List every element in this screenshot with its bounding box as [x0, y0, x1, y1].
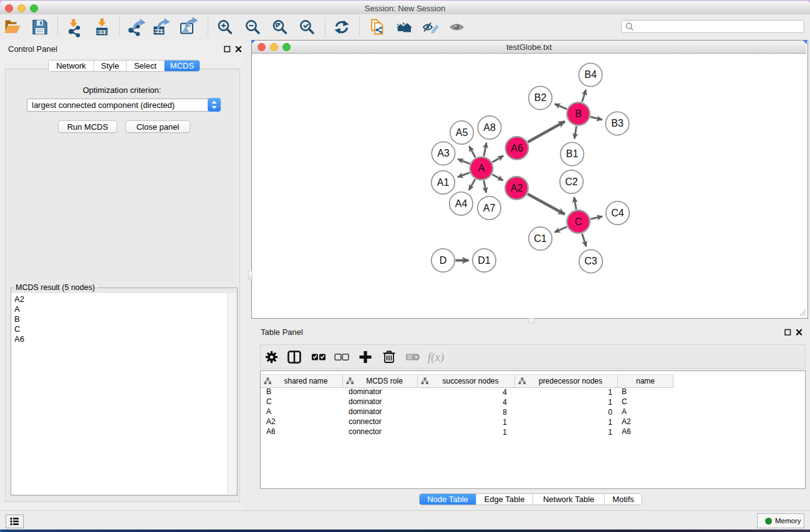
svg-text:A7: A7 — [483, 203, 496, 213]
svg-text:A2: A2 — [511, 183, 523, 193]
svg-text:B: B — [575, 109, 582, 119]
svg-text:C1: C1 — [534, 233, 547, 244]
svg-text:C3: C3 — [584, 256, 597, 266]
svg-text:C2: C2 — [565, 177, 578, 187]
svg-text:B1: B1 — [566, 148, 579, 159]
svg-text:A3: A3 — [437, 148, 450, 158]
svg-text:B3: B3 — [611, 118, 624, 128]
svg-text:C: C — [575, 216, 582, 227]
svg-text:D1: D1 — [478, 255, 491, 266]
svg-text:A: A — [478, 163, 485, 173]
svg-text:A4: A4 — [455, 198, 468, 209]
svg-text:D: D — [440, 255, 447, 266]
svg-text:A6: A6 — [511, 143, 523, 153]
svg-text:f(x): f(x) — [428, 351, 444, 364]
svg-text:A5: A5 — [456, 127, 468, 138]
svg-text:C4: C4 — [611, 208, 624, 218]
svg-text:B4: B4 — [584, 69, 597, 80]
svg-text:A8: A8 — [483, 122, 496, 133]
svg-text:A1: A1 — [437, 177, 450, 188]
svg-text:B2: B2 — [534, 92, 547, 103]
